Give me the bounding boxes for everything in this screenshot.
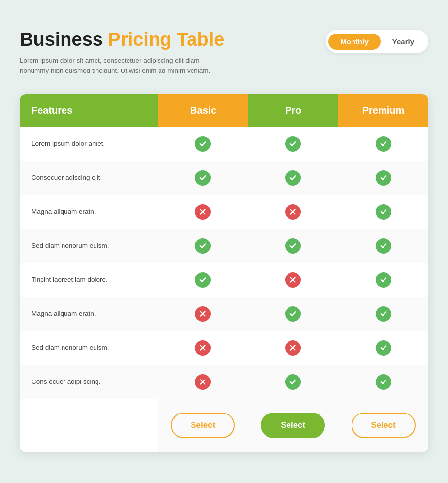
check-cell bbox=[158, 365, 248, 399]
subtitle-text: Lorem ipsum dolor sit amet, consectetuer… bbox=[20, 55, 226, 76]
table-row: Cons ecuer adipi scing. bbox=[20, 365, 428, 399]
check-yes-icon bbox=[376, 136, 391, 152]
check-cell bbox=[248, 365, 338, 399]
check-no-icon bbox=[195, 340, 211, 356]
header-area: Business Pricing Table Lorem ipsum dolor… bbox=[20, 30, 428, 76]
check-cell bbox=[338, 331, 428, 365]
check-cell bbox=[248, 127, 338, 161]
check-cell bbox=[248, 161, 338, 195]
check-cell bbox=[158, 297, 248, 331]
check-cell bbox=[158, 229, 248, 263]
check-cell bbox=[338, 161, 428, 195]
check-cell bbox=[338, 365, 428, 399]
check-yes-icon bbox=[376, 238, 391, 254]
feature-name: Cons ecuer adipi scing. bbox=[20, 365, 158, 399]
check-no-icon bbox=[285, 272, 301, 288]
check-no-icon bbox=[195, 306, 211, 322]
feature-name: Magna aliquam eratn. bbox=[20, 195, 158, 229]
check-cell bbox=[338, 127, 428, 161]
check-yes-icon bbox=[195, 272, 211, 288]
check-cell bbox=[338, 297, 428, 331]
basic-column-header: Basic bbox=[158, 94, 248, 127]
table-row: Sed diam nonorum euism. bbox=[20, 331, 428, 365]
table-body: Lorem ipsum dolor amet. Consecuer adisci… bbox=[20, 127, 428, 399]
check-cell bbox=[338, 263, 428, 297]
title-highlight: Pricing Table bbox=[108, 29, 224, 50]
premium-column-header: Premium bbox=[338, 94, 428, 127]
select-empty-cell bbox=[20, 399, 158, 452]
page-container: Business Pricing Table Lorem ipsum dolor… bbox=[20, 30, 428, 452]
feature-name: Sed diam nonorum euism. bbox=[20, 331, 158, 365]
check-no-icon bbox=[195, 204, 211, 220]
check-yes-icon bbox=[376, 170, 391, 186]
table-row: Tincint laoreet iam dolore. bbox=[20, 263, 428, 297]
check-no-icon bbox=[285, 204, 301, 220]
premium-select-cell: Select bbox=[338, 399, 428, 452]
title-plain: Business bbox=[20, 29, 108, 50]
premium-select-button[interactable]: Select bbox=[352, 413, 416, 438]
check-cell bbox=[248, 297, 338, 331]
check-yes-icon bbox=[195, 136, 211, 152]
check-no-icon bbox=[285, 340, 301, 356]
check-yes-icon bbox=[285, 136, 301, 152]
check-cell bbox=[248, 263, 338, 297]
check-cell bbox=[338, 195, 428, 229]
table-header: Features Basic Pro Premium bbox=[20, 94, 428, 127]
check-yes-icon bbox=[376, 272, 391, 288]
check-cell bbox=[248, 195, 338, 229]
check-cell bbox=[338, 229, 428, 263]
pricing-table-wrapper: Features Basic Pro Premium Lorem ipsum d… bbox=[20, 94, 428, 452]
features-column-header: Features bbox=[20, 94, 158, 127]
feature-name: Tincint laoreet iam dolore. bbox=[20, 263, 158, 297]
page-title: Business Pricing Table bbox=[20, 30, 326, 50]
table-row: Magna aliquam eratn. bbox=[20, 195, 428, 229]
check-yes-icon bbox=[376, 306, 391, 322]
check-yes-icon bbox=[376, 374, 391, 390]
basic-select-button[interactable]: Select bbox=[171, 413, 235, 438]
check-yes-icon bbox=[285, 170, 301, 186]
check-yes-icon bbox=[195, 238, 211, 254]
check-yes-icon bbox=[285, 306, 301, 322]
check-yes-icon bbox=[195, 170, 211, 186]
table-row: Lorem ipsum dolor amet. bbox=[20, 127, 428, 161]
billing-toggle: Monthly Yearly bbox=[326, 30, 428, 53]
feature-name: Magna aliquam eratn. bbox=[20, 297, 158, 331]
check-yes-icon bbox=[376, 340, 391, 356]
select-row: Select Select Select bbox=[20, 399, 428, 452]
monthly-toggle-btn[interactable]: Monthly bbox=[328, 34, 381, 50]
check-cell bbox=[158, 161, 248, 195]
check-cell bbox=[248, 331, 338, 365]
check-cell bbox=[158, 127, 248, 161]
feature-name: Lorem ipsum dolor amet. bbox=[20, 127, 158, 161]
feature-name: Consecuer adiscing elit. bbox=[20, 161, 158, 195]
feature-name: Sed diam nonorum euism. bbox=[20, 229, 158, 263]
pro-select-button[interactable]: Select bbox=[261, 413, 325, 438]
check-no-icon bbox=[195, 374, 211, 390]
title-section: Business Pricing Table Lorem ipsum dolor… bbox=[20, 30, 326, 76]
pro-select-cell: Select bbox=[248, 399, 338, 452]
table-row: Consecuer adiscing elit. bbox=[20, 161, 428, 195]
check-cell bbox=[248, 229, 338, 263]
yearly-toggle-btn[interactable]: Yearly bbox=[381, 34, 426, 50]
check-cell bbox=[158, 195, 248, 229]
pro-column-header: Pro bbox=[248, 94, 338, 127]
check-cell bbox=[158, 263, 248, 297]
check-cell bbox=[158, 331, 248, 365]
check-yes-icon bbox=[285, 374, 301, 390]
check-yes-icon bbox=[376, 204, 391, 220]
table-row: Sed diam nonorum euism. bbox=[20, 229, 428, 263]
check-yes-icon bbox=[285, 238, 301, 254]
table-row: Magna aliquam eratn. bbox=[20, 297, 428, 331]
basic-select-cell: Select bbox=[158, 399, 248, 452]
